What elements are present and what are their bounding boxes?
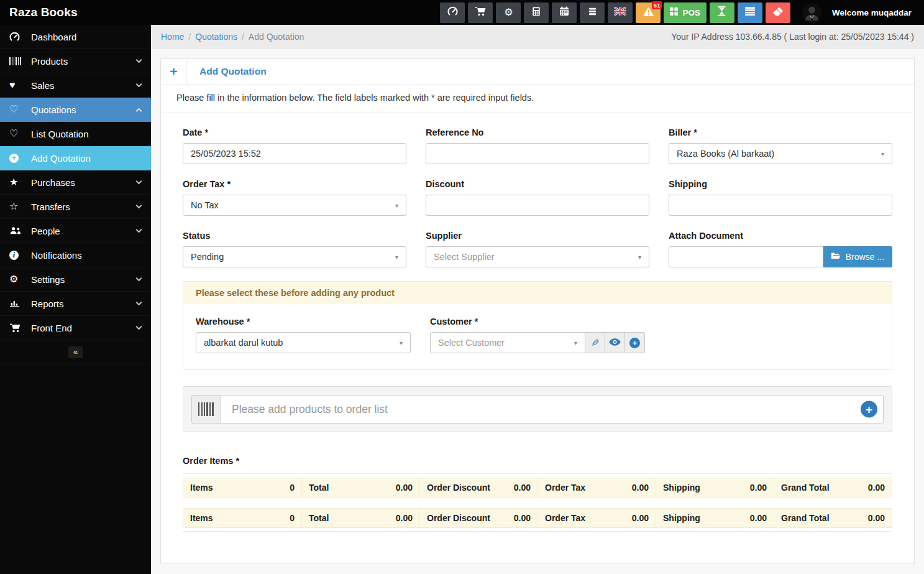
- sidebar-item-list-quotation[interactable]: ♡ List Quotation: [0, 122, 151, 146]
- sidebar-item-label: Notifications: [31, 250, 141, 261]
- session-info-label: Your IP Address 103.66.4.85 ( Last login…: [671, 32, 914, 42]
- heart-icon: ♥: [9, 80, 31, 90]
- customer-placeholder: Select Customer: [438, 338, 505, 348]
- sidebar-item-people[interactable]: People: [0, 219, 151, 243]
- supplier-select[interactable]: Select Supplier ▾: [426, 246, 649, 267]
- reference-input[interactable]: [426, 143, 649, 164]
- edit-customer-button[interactable]: ✎: [585, 332, 605, 353]
- add-customer-button[interactable]: +: [625, 332, 645, 353]
- attach-document-field: Attach Document Browse ...: [669, 231, 892, 267]
- alerts-button[interactable]: 51: [636, 2, 661, 23]
- list-shortcut-button[interactable]: [738, 2, 762, 23]
- customer-select[interactable]: Select Customer ▾: [430, 332, 585, 353]
- warehouse-select[interactable]: albarkat darul kutub ▾: [196, 332, 411, 353]
- folder-open-icon: [831, 252, 841, 262]
- calendar-button[interactable]: [552, 2, 577, 23]
- sidebar-collapse-button[interactable]: «: [68, 346, 83, 358]
- sidebar-item-add-quotation[interactable]: + Add Quotation: [0, 146, 151, 170]
- list-icon: [745, 7, 755, 18]
- calculator-icon: [532, 6, 541, 19]
- pencil-icon: ✎: [591, 337, 599, 349]
- status-select[interactable]: Pending ▾: [183, 246, 406, 267]
- discount-input[interactable]: [426, 195, 649, 216]
- main-area: Home / Quotations / Add Quotation Your I…: [151, 25, 924, 574]
- biller-select[interactable]: Raza Books (Al barkaat) ▾: [669, 143, 892, 164]
- sidebar-item-label: Dashboard: [31, 32, 141, 42]
- biller-label: Biller *: [669, 127, 892, 137]
- breadcrumb-separator: /: [242, 32, 244, 42]
- summary-cell: Shipping0.00: [656, 509, 774, 527]
- status-selected-value: Pending: [191, 252, 224, 262]
- quotation-form: Date * Reference No Biller * Raza Books …: [161, 113, 914, 532]
- welcome-user-label: Welcome muqaddar: [832, 8, 912, 17]
- sidebar-item-notifications[interactable]: i Notifications: [0, 243, 151, 267]
- date-field: Date *: [183, 127, 406, 164]
- bar-chart-icon: [9, 299, 31, 308]
- top-navbar: Raza Books ⚙: [0, 0, 924, 25]
- order-summary-header-row: Items0 Total0.00 Order Discount0.00 Orde…: [183, 478, 892, 498]
- sidebar-item-label: People: [31, 226, 137, 236]
- caret-down-icon: ▾: [395, 254, 398, 261]
- chevron-down-icon: [136, 202, 142, 208]
- settings-shortcut-button[interactable]: ⚙: [496, 2, 521, 23]
- product-search-input[interactable]: [221, 395, 884, 424]
- add-product-button[interactable]: +: [861, 401, 877, 418]
- breadcrumb-home-link[interactable]: Home: [161, 32, 184, 42]
- sidebar-item-purchases[interactable]: ★ Purchases: [0, 170, 151, 195]
- notice-heading: Please select these before adding any pr…: [183, 282, 892, 304]
- language-button[interactable]: [608, 2, 633, 23]
- heart-outline-icon: ♡: [9, 104, 31, 114]
- sidebar-item-quotations[interactable]: ♡ Quotations: [0, 98, 151, 122]
- supplier-placeholder: Select Supplier: [434, 252, 495, 262]
- sidebar-item-dashboard[interactable]: Dashboard: [0, 25, 151, 49]
- sidebar-item-sales[interactable]: ♥ Sales: [0, 73, 151, 98]
- breadcrumb-quotations-link[interactable]: Quotations: [195, 32, 237, 42]
- customer-label: Customer *: [430, 317, 645, 326]
- sales-shortcut-button[interactable]: [468, 2, 493, 23]
- dashboard-shortcut-button[interactable]: [440, 2, 465, 23]
- calendar-icon: [559, 6, 569, 19]
- reference-field: Reference No: [426, 127, 649, 164]
- attach-document-input[interactable]: [669, 246, 823, 267]
- view-customer-button[interactable]: [605, 332, 625, 353]
- sidebar-item-label: Sales: [31, 80, 137, 91]
- date-input[interactable]: [183, 143, 406, 164]
- summary-cell: Shipping0.00: [656, 478, 774, 497]
- alerts-badge: 51: [652, 1, 662, 9]
- plus-circle-icon: +: [9, 154, 31, 163]
- shipping-input[interactable]: [669, 195, 892, 216]
- discount-field: Discount: [426, 179, 649, 216]
- product-search-panel: +: [183, 386, 892, 432]
- sidebar: Dashboard Products ♥ Sales ♡ Quotations …: [0, 25, 151, 574]
- sidebar-item-label: Transfers: [31, 201, 137, 212]
- order-tax-select[interactable]: No Tax ▾: [183, 195, 406, 216]
- sidebar-item-label: Purchases: [31, 177, 137, 188]
- browse-button[interactable]: Browse ...: [823, 246, 892, 267]
- shipping-label: Shipping: [669, 179, 892, 189]
- summary-cell: Order Discount0.00: [419, 478, 537, 497]
- attach-document-label: Attach Document: [669, 231, 892, 241]
- status-label: Status: [183, 231, 406, 241]
- stack-shortcut-button[interactable]: [580, 2, 605, 23]
- summary-cell: Items0: [183, 509, 301, 527]
- summary-cell: Grand Total0.00: [774, 509, 892, 527]
- sidebar-collapse-row: «: [0, 340, 151, 364]
- clear-button[interactable]: [766, 2, 790, 23]
- summary-cell: Total0.00: [301, 509, 419, 527]
- chevron-up-icon: [136, 108, 142, 114]
- sidebar-item-front-end[interactable]: Front End: [0, 316, 151, 340]
- pending-button[interactable]: [710, 2, 734, 23]
- sidebar-item-products[interactable]: Products: [0, 49, 151, 73]
- order-summary-footer-row: Items0 Total0.00 Order Discount0.00 Orde…: [183, 508, 892, 528]
- order-tax-selected-value: No Tax: [191, 200, 219, 210]
- user-avatar[interactable]: [802, 3, 821, 22]
- sidebar-item-settings[interactable]: ⚙ Settings: [0, 267, 151, 292]
- sidebar-item-reports[interactable]: Reports: [0, 292, 151, 316]
- sidebar-item-transfers[interactable]: ☆ Transfers: [0, 195, 151, 219]
- order-tax-label: Order Tax *: [183, 179, 406, 189]
- pos-button[interactable]: POS: [664, 2, 707, 23]
- add-quotation-panel: + Add Quotation Please fill in the infor…: [160, 58, 915, 564]
- sidebar-item-label: Front End: [31, 323, 137, 333]
- calculator-button[interactable]: [524, 2, 549, 23]
- caret-down-icon: ▾: [881, 150, 884, 157]
